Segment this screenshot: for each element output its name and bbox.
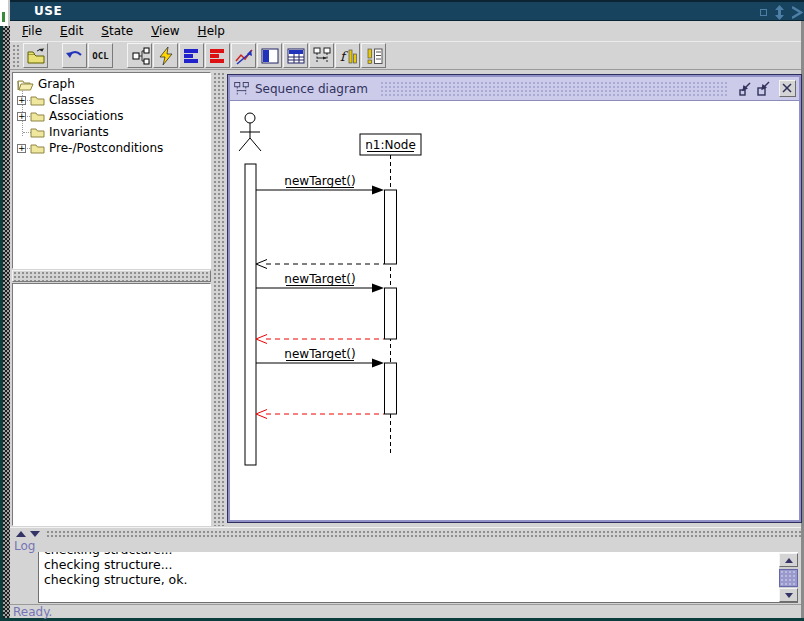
window-controls — [760, 2, 802, 21]
collapse-down-icon[interactable] — [30, 531, 40, 537]
window-title: USE — [34, 4, 62, 18]
scroll-up-button[interactable] — [779, 553, 798, 567]
object-label: n1:Node — [365, 138, 416, 152]
iconify-button[interactable] — [738, 81, 753, 96]
desktop-icon-fragment — [2, 12, 5, 22]
desktop-fragment — [0, 0, 8, 26]
message-return-2[interactable] — [256, 335, 384, 344]
folder-icon — [30, 142, 45, 154]
menu-file[interactable]: File — [18, 23, 46, 39]
left-horizontal-splitter[interactable] — [12, 270, 211, 282]
menu-help[interactable]: Help — [194, 23, 229, 39]
object-properties-button[interactable]: f — [335, 43, 360, 68]
undo-arrow-icon — [65, 46, 85, 66]
message-return-1[interactable] — [256, 260, 384, 269]
tree-label: Graph — [38, 77, 75, 91]
command-list-button[interactable] — [361, 43, 386, 68]
window-titlebar[interactable]: USE — [10, 0, 804, 21]
close-button[interactable] — [779, 80, 796, 97]
folder-icon — [30, 94, 45, 106]
tree-label: Invariants — [49, 125, 109, 139]
scrollbar-thumb[interactable] — [779, 569, 798, 587]
menubar: File Edit State View Help — [10, 21, 801, 41]
invariant-chart-button[interactable] — [231, 43, 256, 68]
svg-text:f: f — [340, 49, 348, 64]
menu-view[interactable]: View — [147, 23, 183, 39]
detail-panel-empty — [12, 283, 211, 526]
table-icon — [286, 46, 306, 66]
sequence-window-title: Sequence diagram — [255, 82, 368, 96]
log-line: checking structure... — [39, 557, 798, 572]
titlebar-texture — [380, 81, 729, 97]
log-line: checking structure, ok. — [39, 572, 798, 587]
vertical-splitter[interactable] — [213, 72, 226, 526]
function-bars-icon: f — [338, 46, 358, 66]
restore-arrow-icon — [756, 81, 771, 96]
evaluate-ocl-button[interactable]: OCL — [88, 43, 113, 68]
create-object-diagram-button[interactable] — [257, 43, 282, 68]
activation-bar-1[interactable] — [385, 190, 397, 264]
tree-item-graph[interactable]: Graph — [13, 76, 210, 92]
menu-state[interactable]: State — [97, 23, 137, 39]
message-return-3[interactable] — [256, 410, 384, 419]
statusbar: Ready. — [10, 604, 801, 618]
lightning-icon — [156, 46, 176, 66]
actor-figure[interactable] — [239, 113, 261, 151]
activation-bar-2[interactable] — [385, 288, 397, 339]
actor-activation-bar[interactable] — [245, 164, 256, 465]
execute-command-button[interactable] — [153, 43, 178, 68]
minimize-icon[interactable] — [760, 9, 767, 16]
scroll-down-button[interactable] — [779, 588, 798, 602]
tree-item-pre-postconditions[interactable]: + Pre-/Postconditions — [13, 140, 210, 156]
tree-item-invariants[interactable]: Invariants — [13, 124, 210, 140]
log-clipped-line: checking structure... — [39, 552, 798, 557]
model-tree: Graph + Classes + Associations — [13, 73, 210, 156]
ocl-label: OCL — [92, 51, 108, 61]
create-class-diagram-button[interactable] — [127, 43, 152, 68]
class-invariants-blue-button[interactable] — [179, 43, 204, 68]
log-scrollbar[interactable] — [779, 553, 798, 602]
log-text-area[interactable]: checking structure... checking structure… — [38, 552, 798, 603]
create-sequence-diagram-button[interactable] — [309, 43, 334, 68]
log-splitter[interactable] — [10, 527, 801, 539]
message-call-3[interactable]: newTarget() — [256, 347, 384, 368]
toolbar-drag-handle[interactable] — [12, 44, 20, 68]
minimize-arrow-icon — [738, 81, 753, 96]
create-class-extent-button[interactable] — [283, 43, 308, 68]
message-call-1[interactable]: newTarget() — [256, 174, 384, 195]
open-folder-icon — [17, 78, 34, 91]
maximize-button[interactable] — [756, 81, 771, 96]
sequence-diagram-window: Sequence diagram — [228, 75, 801, 522]
expand-plus-icon[interactable]: + — [17, 144, 26, 153]
collapse-up-icon[interactable] — [16, 531, 26, 537]
tree-label: Classes — [49, 93, 94, 107]
menu-edit[interactable]: Edit — [56, 23, 87, 39]
plot-icon — [234, 46, 254, 66]
toolbar: OCL — [10, 41, 801, 70]
tree-item-classes[interactable]: + Classes — [13, 92, 210, 108]
message-call-2[interactable]: newTarget() — [256, 272, 384, 293]
class-invariants-red-button[interactable] — [205, 43, 230, 68]
tree-label: Associations — [49, 109, 124, 123]
sequence-window-titlebar[interactable]: Sequence diagram — [230, 77, 799, 101]
activation-bar-3[interactable] — [385, 363, 397, 414]
sequence-diagram-icon — [233, 80, 250, 97]
sequence-diagram-canvas[interactable]: n1:Node newTarget() — [230, 102, 799, 520]
exclamation-list-icon — [364, 46, 384, 66]
log-title: Log — [14, 539, 35, 553]
down-arrow-icon — [785, 593, 793, 598]
class-diagram-icon — [130, 46, 150, 66]
model-browser-panel: Graph + Classes + Associations — [12, 72, 211, 269]
object-box[interactable]: n1:Node — [360, 134, 421, 155]
undo-button[interactable] — [62, 43, 87, 68]
open-specification-button[interactable] — [23, 43, 48, 68]
tree-item-associations[interactable]: + Associations — [13, 108, 210, 124]
blue-bars-icon — [182, 46, 202, 66]
red-bars-icon — [208, 46, 228, 66]
expand-plus-icon[interactable]: + — [17, 96, 26, 105]
resize-vertical-icon[interactable] — [774, 5, 785, 20]
message-label: newTarget() — [284, 347, 355, 361]
window-frame-resize-strip[interactable] — [3, 26, 10, 618]
expand-plus-icon[interactable]: + — [17, 112, 26, 121]
clipped-window-control-icon[interactable] — [792, 5, 802, 20]
